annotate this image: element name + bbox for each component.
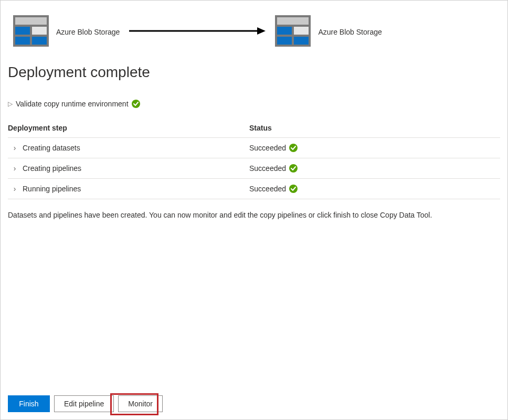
blob-storage-icon	[275, 15, 311, 48]
success-check-icon	[289, 144, 298, 152]
header-step: Deployment step	[8, 124, 249, 132]
status-label: Succeeded	[249, 144, 286, 152]
svg-rect-2	[15, 27, 30, 35]
step-label: Creating pipelines	[23, 164, 81, 173]
chevron-right-icon: ›	[11, 164, 18, 173]
flow-diagram: Azure Blob Storage Azure Blob Storage	[13, 15, 500, 48]
header-status: Status	[249, 124, 500, 132]
success-check-icon	[289, 185, 298, 193]
summary-text: Datasets and pipelines have been created…	[8, 211, 500, 219]
deployment-complete-page: Azure Blob Storage Azure Blob Storage	[0, 0, 508, 420]
status-label: Succeeded	[249, 185, 286, 193]
svg-marker-7	[257, 27, 266, 35]
finish-button[interactable]: Finish	[8, 395, 50, 412]
chevron-right-icon: ›	[11, 185, 18, 193]
success-check-icon	[132, 100, 140, 108]
svg-rect-5	[32, 37, 47, 45]
expand-triangle-icon: ▷	[8, 100, 13, 107]
flow-source-node: Azure Blob Storage	[13, 15, 120, 48]
svg-rect-1	[15, 17, 47, 25]
flow-dest-label: Azure Blob Storage	[318, 28, 382, 36]
edit-pipeline-button[interactable]: Edit pipeline	[54, 395, 114, 412]
svg-rect-4	[15, 37, 30, 45]
table-row[interactable]: › Creating datasets Succeeded	[8, 138, 500, 158]
step-label: Creating datasets	[23, 144, 80, 152]
status-label: Succeeded	[249, 164, 286, 173]
validate-label: Validate copy runtime environment	[16, 100, 129, 108]
svg-rect-10	[277, 27, 292, 35]
arrow-icon	[129, 26, 266, 38]
flow-dest-node: Azure Blob Storage	[275, 15, 382, 48]
svg-rect-13	[294, 37, 309, 45]
table-row[interactable]: › Creating pipelines Succeeded	[8, 158, 500, 179]
page-title: Deployment complete	[8, 64, 500, 81]
svg-rect-9	[277, 17, 309, 25]
monitor-button[interactable]: Monitor	[118, 395, 163, 412]
success-check-icon	[289, 164, 298, 173]
svg-rect-11	[294, 27, 309, 35]
svg-rect-12	[277, 37, 292, 45]
chevron-right-icon: ›	[11, 144, 18, 152]
table-row[interactable]: › Running pipelines Succeeded	[8, 179, 500, 199]
svg-rect-3	[32, 27, 47, 35]
blob-storage-icon	[13, 15, 49, 48]
flow-source-label: Azure Blob Storage	[56, 28, 120, 36]
validate-runtime-toggle[interactable]: ▷ Validate copy runtime environment	[8, 100, 500, 108]
table-header: Deployment step Status	[8, 120, 500, 138]
deployment-steps-table: Deployment step Status › Creating datase…	[8, 120, 500, 199]
footer-buttons: Finish Edit pipeline Monitor	[8, 395, 500, 412]
step-label: Running pipelines	[23, 185, 81, 193]
